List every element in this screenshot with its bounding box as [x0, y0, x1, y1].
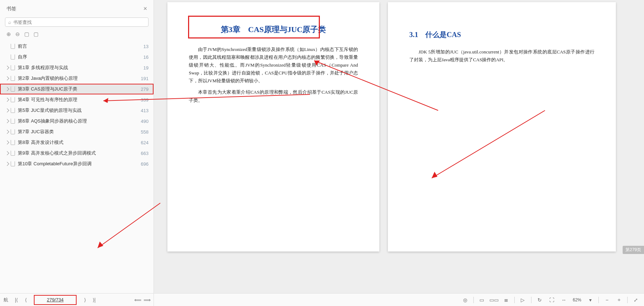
bookmark-label: 第3章 CAS原理与JUC原子类: [18, 86, 138, 92]
bookmark-page: 624: [141, 140, 149, 145]
bookmark-icon: [11, 129, 15, 134]
page-left: 第3章 CAS原理与JUC原子类 由于JVM的Synchronized重量级锁涉…: [167, 2, 379, 251]
paragraph: 本章首先为大家着重介绍CAS的原理和弊端，然后介绍基于CAS实现的JUC原子类。: [189, 88, 358, 104]
bookmark-page: 19: [144, 65, 149, 71]
nav-back-button[interactable]: ⟸: [134, 297, 141, 303]
page-indicator-tab: 第279页: [623, 246, 644, 254]
bookmark-icon: [11, 119, 15, 124]
nav-label: 航: [4, 297, 8, 303]
bookmark-item[interactable]: 第5章 JUC显式锁的原理与实战413: [0, 105, 154, 116]
bookmark-toolbar: ⊕ ⊖ ▢ ▢: [0, 30, 154, 41]
fit-page-icon[interactable]: ⛶: [547, 296, 556, 304]
expand-arrow-icon[interactable]: [5, 108, 9, 112]
expand-arrow-icon[interactable]: [5, 66, 9, 69]
prev-page-button[interactable]: ⟨: [22, 297, 29, 303]
bookmarks-sidebar: 书签 × ⌕ ⊕ ⊖ ▢ ▢ 前言13自序16第1章 多线程原理与实战19第2章…: [0, 0, 154, 306]
bookmark-label: 第6章 AQS抽象同步器的核心原理: [18, 118, 138, 124]
bookmark-icon: [11, 140, 15, 145]
bookmark-item[interactable]: 第3章 CAS原理与JUC原子类279: [0, 84, 154, 94]
page-number-display: 279/734: [47, 297, 64, 302]
bookmark-label: 第10章 CompletableFuture异步回调: [18, 161, 138, 167]
zoom-in-icon[interactable]: ＋: [614, 296, 624, 304]
first-page-button[interactable]: |⟨: [13, 297, 20, 303]
bookmark-label: 第4章 可见性与有序性的原理: [18, 97, 138, 103]
bookmark-icon: [11, 76, 15, 81]
bookmark-page: 339: [141, 97, 149, 103]
bookmark-ribbon2-icon[interactable]: ▢: [33, 31, 38, 37]
bookmark-item[interactable]: 第1章 多线程原理与实战19: [0, 62, 154, 73]
bookmark-label: 第7章 JUC容器类: [18, 129, 138, 135]
last-page-button[interactable]: ⟩|: [91, 297, 97, 303]
zoom-level: 62%: [573, 297, 581, 302]
bookmark-label: 第5章 JUC显式锁的原理与实战: [18, 107, 138, 114]
paragraph: JDK 5所增加的JUC（java.util.concurrent）并发包对操作…: [409, 48, 594, 64]
bookmark-item[interactable]: 前言13: [0, 41, 154, 52]
paragraph: 由于JVM的Synchronized重量级锁涉及操作系统（如Linux）内核态下…: [189, 46, 358, 85]
bookmark-item[interactable]: 第7章 JUC容器类558: [0, 126, 154, 137]
view-mode-icon[interactable]: ◎: [461, 296, 470, 304]
document-viewport[interactable]: 第3章 CAS原理与JUC原子类 由于JVM的Synchronized重量级锁涉…: [154, 0, 644, 306]
continuous-icon[interactable]: ≣: [502, 296, 511, 304]
fit-width-icon[interactable]: ↔: [559, 296, 568, 304]
expand-arrow-icon[interactable]: [5, 151, 9, 155]
bookmark-item[interactable]: 第8章 高并发设计模式624: [0, 137, 154, 148]
expand-arrow-icon[interactable]: [5, 76, 9, 80]
bookmark-page: 696: [141, 161, 149, 167]
bookmark-ribbon-icon[interactable]: ▢: [24, 31, 29, 37]
bookmark-icon: [11, 161, 15, 166]
bookmark-list: 前言13自序16第1章 多线程原理与实战19第2章 Java内置锁的核心原理19…: [0, 41, 154, 306]
bookmark-label: 前言: [18, 43, 141, 50]
bookmark-page: 413: [141, 108, 149, 113]
bookmark-item[interactable]: 自序16: [0, 52, 154, 62]
next-page-button[interactable]: ⟩: [82, 297, 88, 303]
bookmark-page: 16: [144, 55, 149, 60]
expand-arrow-icon[interactable]: [5, 87, 9, 91]
search-input[interactable]: [13, 20, 145, 25]
read-aloud-icon[interactable]: ▷: [518, 296, 528, 304]
bookmark-icon: [11, 97, 15, 102]
bookmark-item[interactable]: 第6章 AQS抽象同步器的核心原理490: [0, 116, 154, 126]
zoom-dropdown-icon[interactable]: ▾: [586, 296, 595, 304]
page-nav-bar: 航 |⟨ ⟨ 279/734 ⟩ ⟩| ⟸ ⟹: [0, 293, 154, 306]
bookmark-label: 第9章 高并发核心模式之异步回调模式: [18, 150, 138, 156]
bookmark-item[interactable]: 第9章 高并发核心模式之异步回调模式663: [0, 148, 154, 159]
remove-bookmark-icon[interactable]: ⊖: [15, 31, 20, 37]
expand-arrow-icon[interactable]: [5, 130, 9, 134]
single-page-icon[interactable]: ▭: [477, 296, 487, 304]
bookmark-label: 第1章 多线程原理与实战: [18, 64, 141, 71]
bookmark-page: 13: [144, 44, 149, 49]
bookmark-page: 279: [141, 87, 149, 92]
bookmark-label: 第8章 高并发设计模式: [18, 139, 138, 146]
bookmark-label: 自序: [18, 54, 141, 60]
rotate-icon[interactable]: ↻: [535, 296, 544, 304]
bookmark-page: 663: [141, 151, 149, 156]
add-bookmark-icon[interactable]: ⊕: [6, 31, 11, 37]
bookmark-page: 191: [141, 76, 149, 81]
expand-arrow-icon[interactable]: [5, 119, 9, 123]
two-page-icon[interactable]: ▭▭: [489, 296, 499, 304]
bookmark-icon: [11, 65, 15, 70]
section-title: 3.1 什么是CAS: [409, 30, 594, 40]
bookmark-item[interactable]: 第4章 可见性与有序性的原理339: [0, 94, 154, 105]
page-number-box[interactable]: 279/734: [34, 295, 77, 305]
bookmark-icon: [11, 151, 15, 156]
sidebar-title: 书签: [6, 6, 16, 12]
bookmark-search[interactable]: ⌕: [5, 17, 149, 27]
bookmark-page: 490: [141, 119, 149, 124]
close-icon[interactable]: ×: [143, 5, 147, 12]
bookmark-icon: [11, 87, 15, 92]
expand-arrow-icon[interactable]: [5, 162, 9, 166]
expand-arrow-icon[interactable]: [5, 98, 9, 102]
bookmark-icon: [11, 108, 15, 113]
expand-arrow-icon[interactable]: [5, 140, 9, 144]
fullscreen-icon[interactable]: ⤢: [631, 296, 640, 304]
viewer-toolbar: ◎ ▭ ▭▭ ≣ ▷ ↻ ⛶ ↔ 62% ▾ − ＋ ⤢: [154, 293, 644, 306]
nav-forward-button[interactable]: ⟹: [144, 297, 150, 303]
page-right: 3.1 什么是CAS JDK 5所增加的JUC（java.util.concur…: [388, 2, 616, 251]
bookmark-icon: [11, 44, 15, 49]
bookmark-label: 第2章 Java内置锁的核心原理: [18, 75, 138, 82]
zoom-out-icon[interactable]: −: [602, 296, 612, 304]
bookmark-page: 558: [141, 129, 149, 135]
bookmark-item[interactable]: 第10章 CompletableFuture异步回调696: [0, 159, 154, 169]
bookmark-item[interactable]: 第2章 Java内置锁的核心原理191: [0, 73, 154, 84]
